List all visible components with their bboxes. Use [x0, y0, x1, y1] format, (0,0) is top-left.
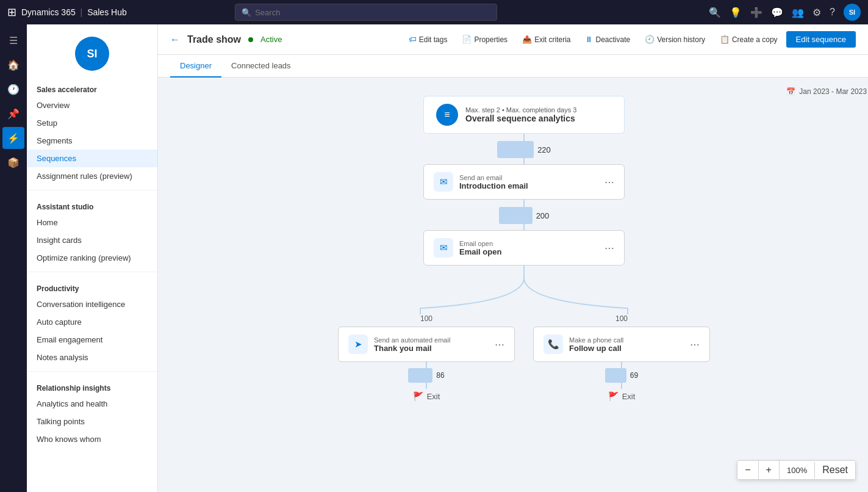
header-actions: 🏷 Edit tags 📄 Properties 📤 Exit criteria…: [403, 31, 856, 48]
edit-tags-button[interactable]: 🏷 Edit tags: [403, 32, 454, 47]
properties-button[interactable]: 📄 Properties: [456, 32, 514, 47]
search-input[interactable]: [255, 8, 490, 17]
deactivate-icon: ⏸: [585, 35, 593, 44]
sidebar-item-home[interactable]: Home: [27, 214, 157, 231]
create-copy-button[interactable]: 📋 Create a copy: [714, 32, 784, 47]
branch-left-text: Send an automated email Thank you mail: [374, 336, 450, 353]
analytics-subtitle: Max. step 2 • Max. completion days 3: [465, 106, 576, 114]
analytics-icon: ≡: [436, 104, 458, 126]
branch-right-sub-count-row: 69: [605, 368, 638, 383]
status-dot: [248, 37, 253, 42]
status-text: Active: [260, 35, 282, 44]
step-email-open: ✉ Email open Email open ⋯: [423, 230, 625, 266]
sidebar-avatar-row: SI: [27, 29, 157, 78]
app-grid-icon[interactable]: ⊞: [7, 5, 16, 19]
bar-86: [408, 368, 432, 383]
count-220: 220: [537, 145, 551, 154]
exit-criteria-button[interactable]: 📤 Exit criteria: [516, 32, 576, 47]
lightbulb-icon[interactable]: 💡: [730, 7, 742, 18]
top-navigation: ⊞ Dynamics 365 | Sales Hub 🔍 🔍 💡 ➕ 💬 👥 ⚙…: [0, 0, 868, 24]
icon-rail: ☰ 🏠 🕐 📌 ⚡ 📦: [0, 24, 27, 492]
edit-sequence-button[interactable]: Edit sequence: [786, 31, 856, 48]
chat-icon[interactable]: 💬: [771, 7, 783, 18]
settings-icon[interactable]: ⚙: [812, 7, 821, 18]
exit-left-label: Exit: [427, 392, 440, 401]
line-1b: [523, 158, 525, 164]
sidebar-item-sequences[interactable]: Sequences: [27, 150, 157, 167]
divider-2: [27, 272, 157, 272]
branch-nodes: 100 ➤ Send an automated email Thank you …: [323, 314, 725, 401]
sidebar-item-insight-cards[interactable]: Insight cards: [27, 231, 157, 249]
tab-designer[interactable]: Designer: [170, 55, 221, 78]
sidebar-item-assignment-rules[interactable]: Assignment rules (preview): [27, 167, 157, 185]
step2-menu-button[interactable]: ⋯: [604, 242, 614, 254]
exit-right-label: Exit: [622, 392, 636, 401]
rail-home-icon[interactable]: 🏠: [2, 54, 24, 76]
branch-right-text: Make a phone call Follow up call: [569, 336, 623, 353]
sidebar-item-optimize-ranking[interactable]: Optimize ranking (preview): [27, 249, 157, 267]
search-bar[interactable]: 🔍: [235, 4, 497, 21]
sidebar-item-auto-capture[interactable]: Auto capture: [27, 313, 157, 331]
rail-accelerator-icon[interactable]: ⚡: [2, 127, 24, 149]
sidebar-item-who-knows-whom[interactable]: Who knows whom: [27, 430, 157, 448]
date-filter[interactable]: 📅 Jan 2023 - Mar 2023 ▼: [786, 87, 868, 96]
exit-flag-right: 🚩: [608, 391, 619, 401]
step2-label: Email open: [459, 240, 501, 247]
zoom-reset-button[interactable]: Reset: [815, 461, 855, 479]
analytics-text: Max. step 2 • Max. completion days 3 Ove…: [465, 106, 576, 123]
nav-icons: 🔍 💡 ➕ 💬 👥 ⚙ ? SI: [709, 4, 861, 21]
branch-left-sub-connector: 86: [408, 362, 444, 389]
sidebar-item-notes-analysis[interactable]: Notes analysis: [27, 349, 157, 366]
branch-right-count-row: 100: [615, 314, 628, 323]
email-icon: ✉: [434, 172, 453, 192]
branch-left-title: Thank you mail: [374, 344, 450, 353]
canvas-inner: 📅 Jan 2023 - Mar 2023 ▼ ≡ Max. step 2 • …: [158, 78, 868, 492]
sidebar-item-setup[interactable]: Setup: [27, 114, 157, 132]
tab-connected-leads[interactable]: Connected leads: [221, 55, 301, 78]
rail-box-icon[interactable]: 📦: [2, 151, 24, 173]
rail-recent-icon[interactable]: 🕐: [2, 78, 24, 100]
search-icon: 🔍: [242, 8, 251, 17]
step2-text: Email open Email open: [459, 240, 501, 256]
sidebar: SI Sales accelerator Overview Setup Segm…: [27, 24, 158, 492]
bar-69: [605, 368, 626, 383]
branch-right-sub-connector: 69: [605, 362, 638, 389]
exit-criteria-icon: 📤: [522, 35, 532, 44]
avatar[interactable]: SI: [844, 4, 861, 21]
rail-menu-icon[interactable]: ☰: [2, 29, 24, 51]
sidebar-item-conversation[interactable]: Conversation intelligence: [27, 295, 157, 313]
version-history-button[interactable]: 🕘 Version history: [639, 32, 711, 47]
people-icon[interactable]: 👥: [792, 7, 804, 18]
line-2: [523, 200, 525, 207]
branch-left-menu-button[interactable]: ⋯: [495, 339, 504, 350]
analytics-card: ≡ Max. step 2 • Max. completion days 3 O…: [423, 96, 625, 134]
copy-icon: 📋: [720, 35, 730, 44]
step1-menu-button[interactable]: ⋯: [604, 176, 614, 188]
designer-canvas[interactable]: 📅 Jan 2023 - Mar 2023 ▼ ≡ Max. step 2 • …: [158, 78, 868, 492]
line-2b: [523, 224, 525, 230]
rail-pin-icon[interactable]: 📌: [2, 103, 24, 125]
bar-220: [497, 141, 534, 158]
step-send-email: ✉ Send an email Introduction email ⋯: [423, 164, 625, 200]
sub-count-86: 86: [436, 371, 444, 380]
divider-3: [27, 371, 157, 372]
sidebar-item-email-engagement[interactable]: Email engagement: [27, 331, 157, 349]
zoom-in-button[interactable]: +: [759, 461, 780, 479]
back-button[interactable]: ←: [170, 34, 180, 45]
left-line-4: [426, 383, 427, 389]
phone-call-icon: 📞: [543, 335, 563, 354]
sidebar-item-segments[interactable]: Segments: [27, 132, 157, 150]
branch-left-count: 100: [420, 314, 432, 323]
sidebar-item-talking-points[interactable]: Talking points: [27, 413, 157, 430]
branch-right-title: Follow up call: [569, 344, 623, 353]
branch-right-menu-button[interactable]: ⋯: [690, 339, 700, 350]
help-icon[interactable]: ?: [830, 7, 835, 18]
deactivate-button[interactable]: ⏸ Deactivate: [579, 32, 636, 47]
sidebar-item-overview[interactable]: Overview: [27, 96, 157, 114]
email-open-icon: ✉: [434, 238, 453, 258]
search-icon-nav[interactable]: 🔍: [709, 7, 721, 18]
plus-icon[interactable]: ➕: [750, 7, 762, 18]
sidebar-item-analytics[interactable]: Analytics and health: [27, 395, 157, 413]
zoom-out-button[interactable]: −: [737, 461, 758, 479]
sequence-header: ← Trade show Active 🏷 Edit tags 📄 Proper…: [158, 24, 868, 55]
